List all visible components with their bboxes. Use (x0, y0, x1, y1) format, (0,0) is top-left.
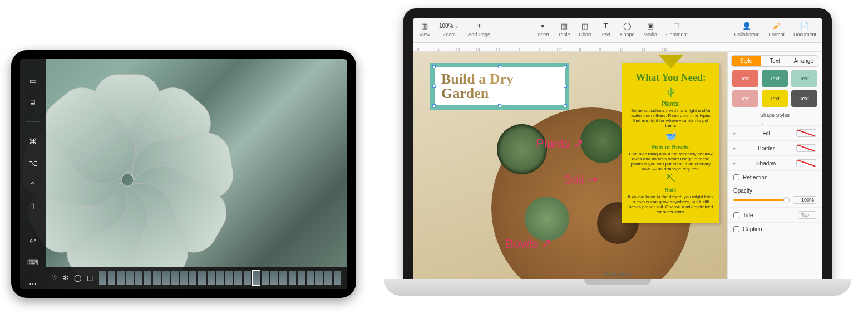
title-text-box[interactable]: Build a Dry Garden (430, 63, 569, 110)
document-canvas[interactable]: Build a Dry Garden Plants ➚ Soil ➙ Bowls… (413, 52, 727, 280)
border-swatch[interactable] (796, 144, 816, 152)
document-title[interactable]: Build a Dry Garden (441, 72, 558, 101)
shadow-row[interactable]: ▸Shadow (728, 155, 822, 170)
style-swatch[interactable]: Text (732, 90, 758, 107)
ipad-device: ▭ 🖥 ⌘ ⌥ ⌃ ⇧ ↩ ⌨ ⋯ ♡ ✻ ◯ ◫ (11, 50, 356, 298)
tab-arrange[interactable]: Arrange (789, 56, 818, 66)
macbook-device: ▥View 100% ⌄Zoom ＋Add Page ▾Insert ▦Tabl… (384, 8, 851, 296)
pages-toolbar: ▥View 100% ⌄Zoom ＋Add Page ▾Insert ▦Tabl… (413, 18, 822, 43)
photo-thumbstrip[interactable] (98, 270, 342, 286)
control-icon[interactable]: ⌃ (28, 180, 38, 189)
toolbar-chart[interactable]: ◫Chart (579, 21, 591, 37)
caption-row[interactable]: Caption (728, 222, 822, 236)
pot-graphic (525, 197, 569, 241)
favorite-icon[interactable]: ♡ (51, 274, 57, 282)
undo-icon[interactable]: ↩ (28, 236, 38, 246)
ipad-screen: ▭ 🖥 ⌘ ⌥ ⌃ ⇧ ↩ ⌨ ⋯ ♡ ✻ ◯ ◫ (20, 59, 347, 289)
succulent-photo (94, 80, 305, 289)
mac-screen: ▥View 100% ⌄Zoom ＋Add Page ▾Insert ▦Tabl… (413, 18, 822, 280)
style-swatch[interactable]: Text (762, 90, 788, 107)
title-row[interactable]: Title Top (728, 207, 822, 222)
inspector-tabs[interactable]: Style Text Arrange (731, 55, 818, 67)
ipad-sidecar-sidebar: ▭ 🖥 ⌘ ⌥ ⌃ ⇧ ↩ ⌨ ⋯ (20, 59, 46, 289)
opacity-row: Opacity 100% (728, 184, 822, 207)
toolbar-table[interactable]: ▦Table (558, 21, 570, 37)
handwritten-label-plants: Plants ➚ (536, 135, 584, 151)
info-heading: What You Need: (628, 72, 714, 84)
handwritten-label-soil: Soil ➙ (564, 172, 598, 187)
title-position-dropdown[interactable]: Top (798, 211, 816, 219)
tab-text[interactable]: Text (761, 56, 790, 66)
tab-style[interactable]: Style (732, 56, 761, 66)
pot-graphic (580, 119, 625, 163)
bowl-icon: 🥣 (628, 130, 714, 141)
ipad-touchbar: ♡ ✻ ◯ ◫ (46, 267, 347, 289)
opacity-value[interactable]: 100% (793, 196, 816, 204)
style-swatch[interactable]: Text (732, 70, 758, 87)
shift-icon[interactable]: ⇧ (28, 202, 38, 212)
opacity-slider[interactable] (733, 199, 790, 201)
format-inspector: Style Text Arrange Text Text Text Text T… (727, 52, 822, 280)
keyboard-icon[interactable]: ⌨ (28, 258, 38, 267)
caption-checkbox[interactable] (733, 226, 739, 232)
toolbar-insert[interactable]: ▾Insert (536, 21, 549, 37)
reflection-row[interactable]: Reflection (728, 170, 822, 184)
toolbar-view[interactable]: ▥View (419, 21, 430, 37)
toolbar-comment[interactable]: ☐Comment (666, 21, 688, 37)
disconnect-icon[interactable]: ⋯ (28, 280, 38, 289)
toolbar-shape[interactable]: ◯Shape (620, 21, 634, 37)
border-row[interactable]: ▸Border (728, 140, 822, 155)
sidecar-icon[interactable]: ▭ (28, 76, 38, 85)
shape-styles-label: Shape Styles (728, 110, 822, 120)
toolbar-document[interactable]: 📄Document (793, 21, 816, 37)
title-checkbox[interactable] (733, 212, 739, 218)
toolbar-add-page[interactable]: ＋Add Page (468, 21, 490, 37)
style-swatch[interactable]: Text (762, 70, 788, 87)
reflection-checkbox[interactable] (733, 174, 739, 180)
display-icon[interactable]: 🖥 (28, 97, 38, 107)
command-icon[interactable]: ⌘ (28, 136, 38, 146)
toolbar-zoom[interactable]: 100% ⌄Zoom (439, 21, 459, 37)
shadow-swatch[interactable] (796, 159, 816, 167)
adjust-icon[interactable]: ✻ (63, 274, 68, 282)
soil-icon: ⛏ (628, 174, 714, 184)
style-swatch[interactable]: Text (791, 70, 817, 87)
cactus-icon: 🌵 (628, 87, 714, 97)
crop-icon[interactable]: ◫ (87, 274, 93, 282)
macbook-label: MacBook Air (384, 271, 851, 277)
toolbar-text[interactable]: TText (600, 21, 611, 37)
toolbar-collaborate[interactable]: 👤Collaborate (734, 21, 760, 37)
style-pager-dots[interactable]: • · · · · · (728, 120, 822, 125)
down-arrow-icon (659, 55, 683, 68)
option-icon[interactable]: ⌥ (28, 158, 38, 168)
macbook-base: MacBook Air (384, 279, 851, 296)
style-swatch[interactable]: Text (791, 90, 817, 107)
fill-swatch[interactable] (796, 129, 816, 137)
fill-row[interactable]: ▸Fill (728, 125, 822, 140)
info-panel[interactable]: What You Need: 🌵 Plants: Some succulents… (622, 63, 719, 223)
toolbar-format[interactable]: 🖌Format (768, 21, 785, 37)
handwritten-label-bowls: Bowls ↗ (505, 236, 552, 251)
toolbar-media[interactable]: ▣Media (643, 21, 657, 37)
ruler: 0123456789101112 (413, 43, 822, 52)
filters-icon[interactable]: ◯ (74, 274, 81, 282)
